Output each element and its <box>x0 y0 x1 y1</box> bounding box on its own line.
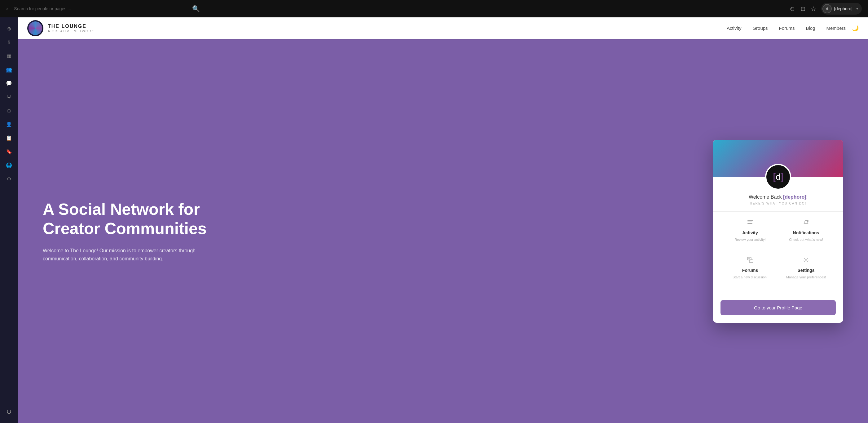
info-icon: ℹ <box>8 39 10 45</box>
svg-point-11 <box>805 259 807 261</box>
svg-line-16 <box>804 258 805 258</box>
top-bar: › 🔍 ☺ ⊟ ☆ d [dephoro] ▾ <box>0 0 868 18</box>
search-input[interactable] <box>14 6 189 11</box>
activity-card-item[interactable]: Activity Review your activity! <box>722 212 778 249</box>
card-avatar-wrap: [ d ] <box>765 164 791 190</box>
avatar-bracket-right: ] <box>781 171 783 182</box>
nav-members[interactable]: Members <box>826 25 846 31</box>
user-menu[interactable]: d [dephoro] ▾ <box>821 3 862 15</box>
card-header: [ d ] <box>713 140 843 177</box>
globe-icon: ⊕ <box>7 26 11 32</box>
nav-blog[interactable]: Blog <box>806 25 815 31</box>
sidebar-item-friends[interactable]: 👤 <box>3 118 15 130</box>
svg-line-17 <box>807 261 808 262</box>
settings-card-item[interactable]: Settings Manage your preferences! <box>778 249 834 286</box>
image-icon: ▦ <box>7 53 11 59</box>
card-body: Welcome Back [dephoro]! HERE'S WHAT YOU … <box>713 177 843 294</box>
sidebar-item-docs[interactable]: 📋 <box>3 132 15 144</box>
forums-grid-desc: Start a new discussion! <box>733 275 768 279</box>
sidebar-item-members[interactable]: 👥 <box>3 63 15 76</box>
clock-icon: ◷ <box>7 108 11 114</box>
users-icon: 👤 <box>6 121 12 127</box>
brand: THE LOUNGE A CREATIVE NETWORK <box>27 20 94 36</box>
nav-groups[interactable]: Groups <box>752 25 768 31</box>
avatar-letter: d <box>776 172 781 182</box>
notifications-grid-icon <box>803 219 809 228</box>
card-footer: Go to your Profile Page <box>713 294 843 323</box>
emoji-icon[interactable]: ☺ <box>789 5 795 12</box>
messages-icon[interactable]: ⊟ <box>801 5 806 12</box>
card-grid: Activity Review your activity! Notificat… <box>722 212 834 286</box>
web-icon: 🌐 <box>6 162 12 168</box>
sidebar-item-web[interactable]: 🌐 <box>3 159 15 171</box>
top-bar-right: ☺ ⊟ ☆ d [dephoro] ▾ <box>789 3 862 15</box>
notifications-grid-desc: Check out what's new! <box>789 238 823 242</box>
sidebar-item-filter[interactable]: ⚙ <box>3 173 15 185</box>
nav-bar: THE LOUNGE A CREATIVE NETWORK Activity G… <box>18 18 868 39</box>
svg-point-6 <box>807 220 808 222</box>
profile-page-button[interactable]: Go to your Profile Page <box>720 300 836 315</box>
notifications-grid-label: Notifications <box>793 230 819 235</box>
top-bar-left: › 🔍 <box>6 5 789 12</box>
svg-rect-2 <box>747 223 752 224</box>
people-icon: 👥 <box>6 67 12 73</box>
welcome-username: [dephoro] <box>783 194 806 200</box>
nav-activity[interactable]: Activity <box>727 25 742 31</box>
brand-tagline: A CREATIVE NETWORK <box>48 29 94 33</box>
comment-icon: 💬 <box>6 80 12 86</box>
main-content: A Social Network for Creator Communities… <box>18 39 868 423</box>
welcome-text: Welcome Back [dephoro]! <box>722 194 834 200</box>
search-icon[interactable]: 🔍 <box>192 5 200 12</box>
nav-links: Activity Groups Forums Blog Members <box>727 25 846 31</box>
sidebar-item-media[interactable]: ▦ <box>3 50 15 62</box>
sidebar-item-messages[interactable]: 💬 <box>3 77 15 89</box>
svg-line-19 <box>804 261 805 262</box>
brand-logo <box>27 20 43 36</box>
settings-grid-label: Settings <box>797 268 814 273</box>
settings-grid-icon <box>803 257 809 265</box>
card-subtitle: HERE'S WHAT YOU CAN DO! <box>722 202 834 205</box>
doc-icon: 📋 <box>6 135 12 141</box>
avatar-bracket-left: [ <box>773 171 776 182</box>
sidebar-item-activity[interactable]: ◷ <box>3 104 15 117</box>
svg-rect-0 <box>747 220 753 221</box>
svg-line-18 <box>807 258 808 258</box>
brand-text: THE LOUNGE A CREATIVE NETWORK <box>48 24 94 33</box>
forums-grid-icon <box>747 257 754 265</box>
svg-rect-1 <box>747 222 752 222</box>
notifications-card-item[interactable]: Notifications Check out what's new! <box>778 212 834 249</box>
sidebar: ⊕ ℹ ▦ 👥 💬 🗨 ◷ 👤 📋 🔖 🌐 ⚙ ⏻ <box>0 18 18 423</box>
hero-section: A Social Network for Creator Communities… <box>43 200 260 263</box>
username-label: [dephoro] <box>834 6 852 11</box>
search-bar: 🔍 <box>14 5 200 12</box>
sidebar-item-chat[interactable]: 🗨 <box>3 91 15 103</box>
hero-description: Welcome to The Lounge! Our mission is to… <box>43 247 204 262</box>
activity-grid-desc: Review your activity! <box>735 238 766 242</box>
forums-grid-label: Forums <box>742 268 758 273</box>
sidebar-item-info[interactable]: ℹ <box>3 36 15 49</box>
chevron-icon: ▾ <box>856 6 858 11</box>
expand-icon[interactable]: › <box>6 6 8 11</box>
activity-grid-label: Activity <box>742 230 758 235</box>
forums-card-item[interactable]: Forums Start a new discussion! <box>722 249 778 286</box>
settings-grid-desc: Manage your preferences! <box>786 275 826 279</box>
star-icon[interactable]: ☆ <box>811 5 816 12</box>
profile-card: [ d ] Welcome Back [dephoro]! HERE'S WHA… <box>713 140 843 323</box>
dark-mode-toggle[interactable]: 🌙 <box>852 25 859 32</box>
power-icon: ⏻ <box>6 409 11 415</box>
nav-forums[interactable]: Forums <box>779 25 795 31</box>
avatar: [ d ] <box>765 164 791 190</box>
chat-icon: 🗨 <box>6 94 11 100</box>
sidebar-item-network[interactable]: ⊕ <box>3 22 15 35</box>
sidebar-item-bookmarks[interactable]: 🔖 <box>3 145 15 158</box>
hero-title: A Social Network for Creator Communities <box>43 200 260 238</box>
filter-icon: ⚙ <box>7 176 11 182</box>
activity-grid-icon <box>747 219 754 228</box>
svg-rect-3 <box>747 225 750 225</box>
sidebar-item-logout[interactable]: ⏻ <box>3 405 15 418</box>
brand-name: THE LOUNGE <box>48 24 94 29</box>
avatar: d <box>823 4 832 13</box>
bookmark-icon: 🔖 <box>6 149 12 154</box>
